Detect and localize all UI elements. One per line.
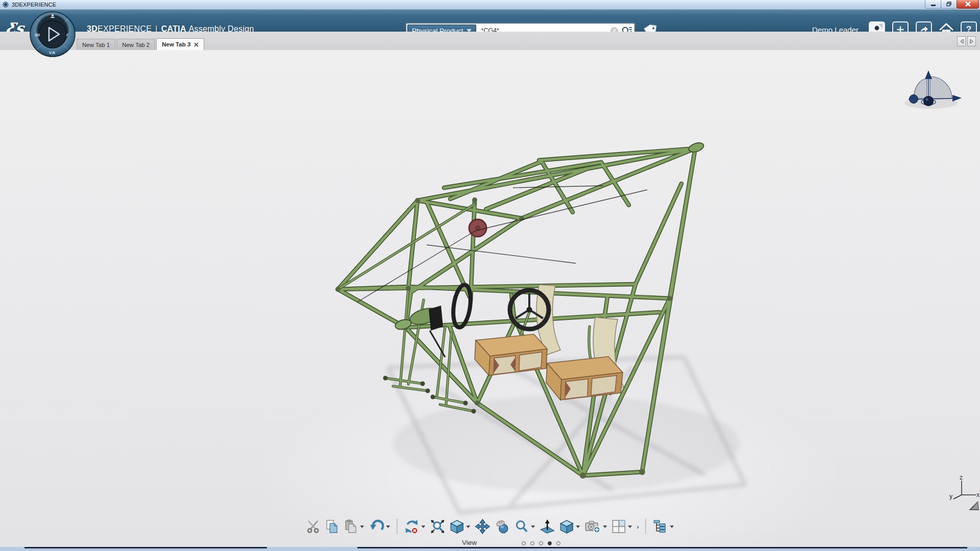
cut-button[interactable] <box>305 518 321 535</box>
axis-triad: z x y <box>949 474 980 511</box>
tab-bar: New Tab 1 New Tab 2 New Tab 3 <box>0 32 980 50</box>
scroll-tabs-right-button[interactable] <box>967 36 976 46</box>
view-compass[interactable] <box>902 69 965 112</box>
normal-view-button[interactable] <box>538 518 556 535</box>
tab-new-tab-3[interactable]: New Tab 3 <box>156 38 204 50</box>
action-bar: › <box>305 516 675 537</box>
aircraft-frame-model[interactable] <box>0 50 980 547</box>
view-modes-button[interactable] <box>449 518 471 535</box>
view-section-label: View <box>462 539 477 546</box>
scroll-tabs-left-button[interactable] <box>957 36 966 46</box>
pager-dot-3[interactable] <box>539 541 543 545</box>
pager-dot-2[interactable] <box>530 541 534 545</box>
restore-button[interactable] <box>941 0 957 9</box>
capture-button[interactable] <box>583 518 608 535</box>
fit-all-in-button[interactable] <box>429 518 446 535</box>
app-header: Ƹs 3DEXPERIENCE|CATIA Assembly Design Ph… <box>0 9 980 32</box>
split-view-button[interactable] <box>610 518 633 535</box>
pager-dot-1[interactable] <box>522 541 526 545</box>
toolbar-separator <box>397 519 397 534</box>
iso-view-dropdown-caret[interactable] <box>576 525 580 528</box>
axis-z-label: z <box>960 474 963 481</box>
split-view-dropdown-caret[interactable] <box>628 525 632 528</box>
zoom-dropdown-caret[interactable] <box>531 525 535 528</box>
undo-dropdown-caret[interactable] <box>386 525 390 528</box>
nose-cluster <box>394 305 445 357</box>
close-button[interactable] <box>957 0 979 9</box>
zoom-button[interactable] <box>513 518 536 535</box>
toolbar-separator <box>646 519 646 534</box>
paste-dropdown-caret[interactable] <box>360 525 364 528</box>
window-title: 3DEXPERIENCE <box>12 2 56 8</box>
design-tree-dropdown-caret[interactable] <box>670 525 674 528</box>
apex-fitting <box>688 141 704 154</box>
window-titlebar: 3DEXPERIENCE <box>0 0 980 10</box>
app-icon <box>3 2 9 8</box>
close-tab-icon[interactable] <box>194 42 199 47</box>
pager[interactable] <box>522 541 560 545</box>
window-bottom-edge <box>0 547 980 551</box>
view-modes-dropdown-caret[interactable] <box>466 525 470 528</box>
rear-seat-box <box>546 357 623 400</box>
axis-y-label: y <box>949 493 952 500</box>
minimize-button[interactable] <box>925 0 941 9</box>
3dexperience-window: 3DEXPERIENCE Ƹs 3DEXPERIENCE|CATIA Assem… <box>0 0 980 551</box>
undo-button[interactable] <box>368 518 391 535</box>
paste-button[interactable] <box>342 518 365 535</box>
pulley <box>469 219 486 237</box>
iso-view-button[interactable] <box>558 518 581 535</box>
compass-vr-label: V.R <box>49 51 55 55</box>
design-tree-button[interactable] <box>652 518 675 535</box>
compass-3d-label: 3D <box>35 33 40 37</box>
tab-new-tab-2[interactable]: New Tab 2 <box>116 39 155 50</box>
tab-new-tab-1[interactable]: New Tab 1 <box>77 39 115 50</box>
3dexperience-compass[interactable]: 3D V.R iʹ <box>30 11 76 57</box>
pager-dot-5[interactable] <box>556 541 560 545</box>
more-tools-chevron[interactable]: › <box>636 523 639 531</box>
update-button[interactable] <box>403 518 426 535</box>
capture-dropdown-caret[interactable] <box>603 525 607 528</box>
pager-dot-4[interactable] <box>548 541 552 545</box>
3d-viewport[interactable]: z x y <box>0 50 980 547</box>
rotate-button[interactable] <box>494 518 511 535</box>
pan-button[interactable] <box>474 518 491 535</box>
front-seat-box <box>475 334 547 375</box>
copy-button[interactable] <box>324 518 340 535</box>
update-dropdown-caret[interactable] <box>421 525 425 528</box>
axis-x-label: x <box>976 491 979 498</box>
